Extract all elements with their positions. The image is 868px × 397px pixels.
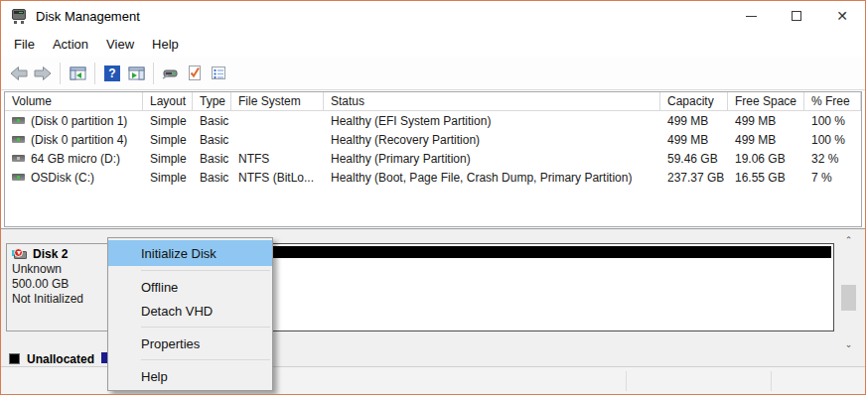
volume-file-system — [231, 130, 324, 149]
volume-pct-free: 100 % — [804, 111, 861, 130]
forward-button[interactable] — [32, 62, 54, 85]
volume-file-system: NTFS — [231, 149, 324, 168]
toolbar-separator — [153, 63, 154, 84]
menu-view[interactable]: View — [97, 33, 143, 56]
close-icon: ✕ — [836, 9, 848, 23]
svg-text:?: ? — [108, 66, 115, 80]
disk-context-menu: Initialize Disk Offline Detach VHD Prope… — [107, 237, 273, 391]
volume-layout: Simple — [143, 168, 193, 187]
menu-separator — [141, 270, 270, 271]
volume-pct-free: 100 % — [804, 130, 861, 149]
volume-free-space: 19.06 GB — [728, 149, 804, 168]
toolbar: ? — [1, 57, 865, 90]
menu-file[interactable]: File — [5, 33, 44, 56]
volume-status: Healthy (Boot, Page File, Crash Dump, Pr… — [324, 168, 660, 187]
forward-arrow-icon — [34, 66, 52, 81]
column-header-type[interactable]: Type — [193, 92, 231, 110]
show-console-tree-button[interactable] — [67, 62, 88, 85]
column-header-capacity[interactable]: Capacity — [660, 92, 728, 110]
console-tree-icon — [70, 66, 86, 81]
status-bar-divider — [626, 371, 627, 391]
volume-list-panel: Volume Layout Type File System Status Ca… — [4, 91, 862, 227]
window-controls: ✕ — [728, 1, 865, 31]
properties-list-button[interactable] — [208, 62, 229, 85]
menu-item-initialize-disk[interactable]: Initialize Disk — [108, 240, 272, 266]
volume-capacity: 59.46 GB — [660, 149, 728, 168]
volume-list-header: Volume Layout Type File System Status Ca… — [5, 92, 861, 111]
scroll-down-button[interactable]: ⌄ — [840, 336, 857, 352]
volume-type: Basic — [193, 168, 231, 187]
remote-device-button[interactable] — [160, 62, 182, 85]
volume-capacity: 237.37 GB — [660, 168, 728, 187]
volume-pct-free: 32 % — [804, 149, 861, 168]
menu-item-properties[interactable]: Properties — [108, 331, 272, 355]
volume-name: 64 GB micro (D:) — [31, 152, 120, 166]
help-button[interactable]: ? — [101, 62, 123, 85]
column-header-file-system[interactable]: File System — [231, 92, 324, 110]
minimize-button[interactable] — [728, 1, 774, 31]
column-header-layout[interactable]: Layout — [143, 92, 193, 110]
volume-row-disk0-partition1[interactable]: (Disk 0 partition 1) Simple Basic Health… — [5, 111, 861, 130]
volume-status: Healthy (Primary Partition) — [324, 149, 660, 168]
disk2-name: Disk 2 — [33, 247, 68, 261]
menu-item-offline[interactable]: Offline — [108, 275, 272, 299]
back-button[interactable] — [8, 62, 30, 85]
volume-row-disk0-partition4[interactable]: (Disk 0 partition 4) Simple Basic Health… — [5, 130, 861, 149]
volume-name: (Disk 0 partition 1) — [31, 114, 127, 128]
toolbar-separator — [94, 63, 95, 84]
volume-status: Healthy (EFI System Partition) — [324, 111, 660, 130]
volume-file-system: NTFS (BitLo... — [231, 168, 324, 187]
column-header-volume[interactable]: Volume — [5, 92, 143, 110]
volume-free-space: 499 MB — [728, 111, 804, 130]
column-header-pct-free[interactable]: % Free — [804, 92, 861, 110]
volume-type: Basic — [193, 130, 231, 149]
back-arrow-icon — [10, 66, 28, 81]
check-document-icon — [187, 65, 203, 81]
column-header-status[interactable]: Status — [324, 92, 660, 110]
menu-bar: File Action View Help — [1, 31, 865, 57]
volume-pct-free: 7 % — [804, 168, 861, 187]
volume-icon — [12, 117, 25, 124]
volume-name: (Disk 0 partition 4) — [31, 133, 127, 147]
close-button[interactable]: ✕ — [819, 1, 865, 31]
volume-name: OSDisk (C:) — [31, 171, 94, 185]
menu-action[interactable]: Action — [44, 33, 97, 56]
volume-capacity: 499 MB — [660, 130, 728, 149]
unallocated-swatch — [9, 353, 20, 364]
disk2-type: Unknown — [12, 262, 102, 277]
unallocated-label: Unallocated — [27, 352, 94, 366]
volume-type: Basic — [193, 149, 231, 168]
properties-list-icon — [211, 65, 226, 81]
maximize-icon — [792, 11, 801, 21]
volume-layout: Simple — [143, 130, 193, 149]
maximize-button[interactable] — [774, 1, 819, 31]
volume-layout: Simple — [143, 149, 193, 168]
remote-device-icon — [162, 66, 180, 81]
menu-separator — [141, 359, 270, 360]
volume-row-64gb-micro-d[interactable]: 64 GB micro (D:) Simple Basic NTFS Healt… — [5, 149, 861, 168]
scroll-up-button[interactable]: ⌃ — [840, 232, 857, 248]
check-document-button[interactable] — [184, 62, 206, 85]
disk2-info-panel[interactable]: Disk 2 Unknown 500.00 GB Not Initialized — [6, 243, 108, 331]
window-title: Disk Management — [36, 9, 140, 24]
vertical-scrollbar[interactable]: ⌃ ⌄ — [840, 232, 857, 352]
scroll-down-icon: ⌄ — [845, 339, 853, 349]
menu-separator — [141, 327, 270, 328]
status-bar-divider — [771, 371, 772, 391]
volume-icon — [12, 136, 25, 143]
show-action-pane-button[interactable] — [125, 62, 147, 85]
volume-capacity: 499 MB — [660, 111, 728, 130]
column-header-free-space[interactable]: Free Space — [728, 92, 804, 110]
volume-type: Basic — [193, 111, 231, 130]
menu-item-help[interactable]: Help — [108, 364, 272, 388]
menu-help[interactable]: Help — [143, 33, 188, 56]
toolbar-separator — [60, 63, 61, 84]
help-icon: ? — [104, 66, 120, 81]
volume-row-osdisk-c[interactable]: OSDisk (C:) Simple Basic NTFS (BitLo... … — [5, 168, 861, 187]
menu-item-detach-vhd[interactable]: Detach VHD — [108, 299, 272, 323]
disk-management-app-icon — [11, 9, 27, 24]
volume-free-space: 16.55 GB — [728, 168, 804, 187]
volume-status: Healthy (Recovery Partition) — [324, 130, 660, 149]
title-bar: Disk Management ✕ — [1, 1, 865, 31]
scrollbar-thumb[interactable] — [841, 285, 856, 311]
